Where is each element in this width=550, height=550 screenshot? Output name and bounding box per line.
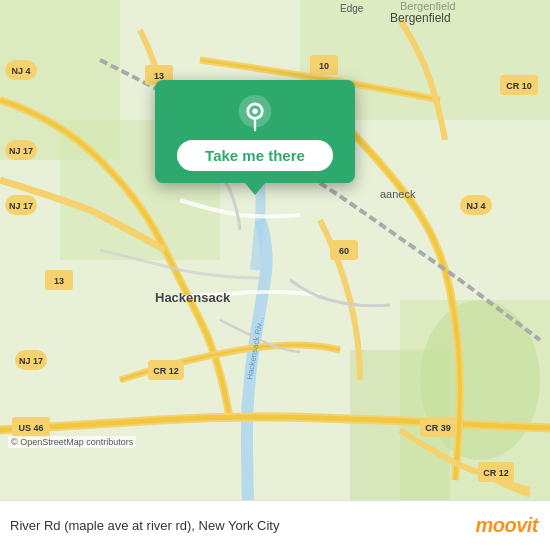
svg-text:NJ 4: NJ 4: [466, 201, 485, 211]
location-popup: Take me there: [155, 80, 355, 183]
svg-point-43: [252, 108, 257, 113]
svg-text:10: 10: [319, 61, 329, 71]
svg-text:Hackensack: Hackensack: [155, 290, 231, 305]
svg-text:CR 12: CR 12: [483, 468, 509, 478]
svg-text:NJ 4: NJ 4: [11, 66, 30, 76]
moovit-label: moovit: [475, 514, 538, 537]
svg-text:US 46: US 46: [18, 423, 43, 433]
svg-text:13: 13: [54, 276, 64, 286]
svg-text:NJ 17: NJ 17: [9, 146, 33, 156]
map-attribution: © OpenStreetMap contributors: [8, 436, 136, 448]
pin-icon: [236, 94, 274, 132]
svg-text:CR 10: CR 10: [506, 81, 532, 91]
svg-text:aaneck: aaneck: [380, 188, 416, 200]
svg-text:CR 12: CR 12: [153, 366, 179, 376]
svg-text:Bergenfield: Bergenfield: [390, 11, 451, 25]
svg-text:CR 39: CR 39: [425, 423, 451, 433]
map-background: NJ 4 NJ 17 NJ 17 13 10 CR 10 13 60 NJ 4 …: [0, 0, 550, 500]
svg-text:Bergenfield: Bergenfield: [400, 0, 456, 12]
svg-text:60: 60: [339, 246, 349, 256]
bottom-bar: River Rd (maple ave at river rd), New Yo…: [0, 500, 550, 550]
svg-text:Edge: Edge: [340, 3, 364, 14]
map-container[interactable]: NJ 4 NJ 17 NJ 17 13 10 CR 10 13 60 NJ 4 …: [0, 0, 550, 500]
svg-text:NJ 17: NJ 17: [19, 356, 43, 366]
moovit-logo: moovit: [475, 514, 538, 537]
take-me-there-button[interactable]: Take me there: [177, 140, 333, 171]
location-text: River Rd (maple ave at river rd), New Yo…: [10, 518, 475, 533]
svg-text:NJ 17: NJ 17: [9, 201, 33, 211]
